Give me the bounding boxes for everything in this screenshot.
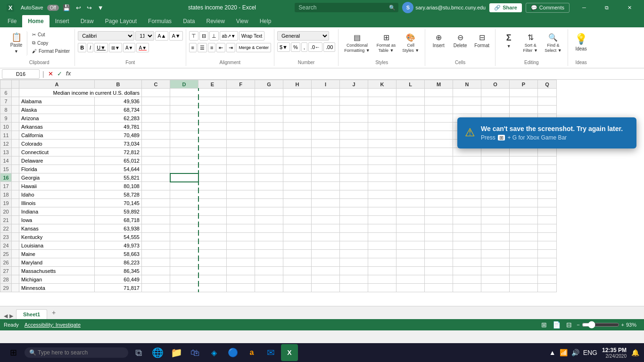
cell-C7[interactable]: [142, 97, 170, 106]
row-number[interactable]: 11: [0, 131, 12, 140]
cell-B27[interactable]: 86,345: [95, 267, 142, 275]
cell-D7[interactable]: [170, 97, 198, 106]
tab-data[interactable]: Data: [177, 15, 200, 27]
cell-E7[interactable]: [198, 97, 227, 106]
cell-E29[interactable]: [198, 284, 227, 292]
cell-B21[interactable]: 68,718: [95, 216, 142, 224]
percent-button[interactable]: %: [291, 42, 300, 52]
col-header-C[interactable]: C: [142, 80, 170, 89]
cell-O16[interactable]: [481, 173, 510, 182]
formula-input[interactable]: [74, 70, 642, 78]
cell-Q8[interactable]: [538, 106, 557, 114]
cell-D10[interactable]: [170, 123, 198, 131]
cell-E11[interactable]: [198, 131, 227, 140]
cell-A20[interactable]: Indiana: [19, 207, 95, 216]
cell-G24[interactable]: [255, 241, 283, 250]
cell-O22[interactable]: [481, 224, 510, 233]
cell-I14[interactable]: [312, 156, 340, 165]
cell-J10[interactable]: [340, 123, 368, 131]
cell-L19[interactable]: [396, 199, 425, 207]
store-icon[interactable]: 🛍: [187, 344, 204, 361]
cell-H6[interactable]: [283, 89, 312, 97]
cell-C21[interactable]: [142, 216, 170, 224]
cell-G18[interactable]: [255, 190, 283, 199]
cell-Q16[interactable]: [538, 173, 557, 182]
cell-C11[interactable]: [142, 131, 170, 140]
cell-E28[interactable]: [198, 275, 227, 284]
cell-L10[interactable]: [396, 123, 425, 131]
cell-P20[interactable]: [510, 207, 538, 216]
cell-K21[interactable]: [368, 216, 396, 224]
cell-O28[interactable]: [481, 275, 510, 284]
scroll-sheets-right[interactable]: ▶: [9, 313, 13, 319]
cell-L13[interactable]: [396, 148, 425, 156]
edge-icon[interactable]: 🌐: [149, 344, 166, 361]
cell-B18[interactable]: 58,728: [95, 190, 142, 199]
cell-D28[interactable]: [170, 275, 198, 284]
network-icon[interactable]: 📶: [559, 348, 569, 357]
cell-E20[interactable]: [198, 207, 227, 216]
cell-C15[interactable]: [142, 165, 170, 173]
cell-J14[interactable]: [340, 156, 368, 165]
cell-F6[interactable]: [227, 89, 255, 97]
cell-C10[interactable]: [142, 123, 170, 131]
angle-text-button[interactable]: ab↗▼: [220, 31, 238, 41]
cell-E27[interactable]: [198, 267, 227, 275]
cell-P28[interactable]: [510, 275, 538, 284]
cell-H17[interactable]: [283, 182, 312, 190]
cell-F16[interactable]: [227, 173, 255, 182]
col-header-N[interactable]: N: [453, 80, 481, 89]
cell-P22[interactable]: [510, 224, 538, 233]
cell-L27[interactable]: [396, 267, 425, 275]
cell-O6[interactable]: [481, 89, 510, 97]
show-hidden-icons[interactable]: ▲: [548, 348, 557, 357]
cell-C20[interactable]: [142, 207, 170, 216]
cell-B26[interactable]: 86,223: [95, 258, 142, 267]
cell-K23[interactable]: [368, 233, 396, 241]
cell-A11[interactable]: California: [19, 131, 95, 140]
cell-I26[interactable]: [312, 258, 340, 267]
decrease-font-button[interactable]: A▼: [169, 31, 182, 41]
delete-button[interactable]: ⊖ Delete: [450, 31, 471, 50]
row-number[interactable]: 15: [0, 165, 12, 173]
cell-E12[interactable]: [198, 140, 227, 148]
cell-G27[interactable]: [255, 267, 283, 275]
cell-N14[interactable]: [453, 156, 481, 165]
cell-P15[interactable]: [510, 165, 538, 173]
cell-I8[interactable]: [312, 106, 340, 114]
cell-C25[interactable]: [142, 250, 170, 258]
cell-B24[interactable]: 49,973: [95, 241, 142, 250]
cell-I18[interactable]: [312, 190, 340, 199]
center-align-button[interactable]: ☰: [198, 43, 207, 52]
add-sheet-button[interactable]: +: [48, 307, 59, 318]
undo-icon[interactable]: ↩: [74, 3, 83, 12]
cell-O23[interactable]: [481, 233, 510, 241]
cell-N23[interactable]: [453, 233, 481, 241]
cell-B19[interactable]: 70,145: [95, 199, 142, 207]
cell-P21[interactable]: [510, 216, 538, 224]
row-number[interactable]: 17: [0, 182, 12, 190]
tab-draw[interactable]: Draw: [75, 15, 99, 27]
cell-Q19[interactable]: [538, 199, 557, 207]
page-break-view-button[interactable]: ⊟: [565, 320, 573, 329]
cell-M21[interactable]: [425, 216, 453, 224]
cell-E19[interactable]: [198, 199, 227, 207]
increase-indent-button[interactable]: ⇥: [226, 43, 235, 52]
cell-O19[interactable]: [481, 199, 510, 207]
cell-O21[interactable]: [481, 216, 510, 224]
cell-reference-box[interactable]: [2, 69, 40, 79]
cell-O27[interactable]: [481, 267, 510, 275]
confirm-formula-button[interactable]: ✓: [56, 69, 63, 78]
cell-D23[interactable]: [170, 233, 198, 241]
cell-styles-button[interactable]: 🎨 CellStyles ▼: [399, 31, 422, 55]
cell-M27[interactable]: [425, 267, 453, 275]
cell-H27[interactable]: [283, 267, 312, 275]
cell-C24[interactable]: [142, 241, 170, 250]
cell-I28[interactable]: [312, 275, 340, 284]
tab-file[interactable]: File: [2, 15, 22, 27]
cell-D8[interactable]: [170, 106, 198, 114]
row-number[interactable]: 9: [0, 114, 12, 123]
cell-N29[interactable]: [453, 284, 481, 292]
cell-G8[interactable]: [255, 106, 283, 114]
cell-K11[interactable]: [368, 131, 396, 140]
